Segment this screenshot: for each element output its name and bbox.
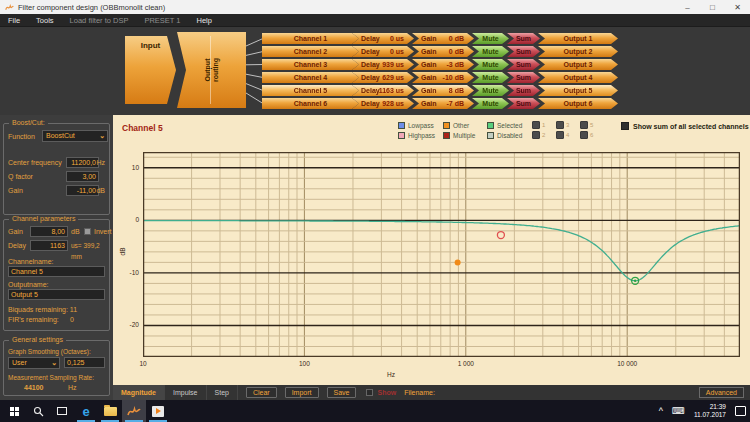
channel-4-checkbox[interactable] bbox=[556, 131, 564, 139]
delay-arrow[interactable]: Delay0 us bbox=[352, 33, 414, 44]
tab-impulse[interactable]: Impulse bbox=[165, 385, 207, 400]
flow-row-3: Channel 3 Delay939 us Gain-3 dB Mute Sum… bbox=[262, 59, 632, 70]
invert-checkbox[interactable] bbox=[84, 228, 91, 235]
sum-button[interactable]: Sum bbox=[507, 46, 540, 57]
channel-arrow[interactable]: Channel 6 bbox=[262, 98, 359, 109]
output-arrow[interactable]: Output 2 bbox=[538, 46, 618, 57]
x-tick: 100 bbox=[284, 360, 324, 367]
gain-arrow[interactable]: Gain0 dB bbox=[412, 46, 474, 57]
output-arrow[interactable]: Output 1 bbox=[538, 33, 618, 44]
smoothing-mode-select[interactable]: User ⌄ bbox=[8, 357, 60, 369]
task-view-button[interactable] bbox=[50, 400, 74, 422]
taskbar-explorer[interactable] bbox=[98, 400, 122, 422]
channel-6-checkbox[interactable] bbox=[580, 131, 588, 139]
q-factor-field[interactable]: 3,00 bbox=[66, 171, 99, 182]
gain-arrow[interactable]: Gain-10 dB bbox=[412, 72, 474, 83]
channel-arrow[interactable]: Channel 1 bbox=[262, 33, 359, 44]
menu-load-filter[interactable]: Load filter to DSP bbox=[62, 16, 137, 25]
mute-button[interactable]: Mute bbox=[472, 33, 509, 44]
gain-arrow[interactable]: Gain-7 dB bbox=[412, 98, 474, 109]
flow-row-1: Channel 1 Delay0 us Gain0 dB Mute Sum Ou… bbox=[262, 33, 632, 44]
import-button[interactable]: Import bbox=[285, 387, 319, 398]
mute-button[interactable]: Mute bbox=[472, 46, 509, 57]
sum-button[interactable]: Sum bbox=[507, 72, 540, 83]
gain-arrow[interactable]: Gain0 dB bbox=[412, 33, 474, 44]
filter-gain-field[interactable]: -11,00 bbox=[66, 185, 99, 196]
keyboard-icon[interactable]: ⌨ bbox=[672, 406, 685, 416]
action-center-icon[interactable] bbox=[735, 406, 746, 416]
clock-time: 21:39 bbox=[694, 403, 726, 411]
gain-arrow[interactable]: Gain-3 dB bbox=[412, 59, 474, 70]
search-button[interactable] bbox=[26, 400, 50, 422]
menu-help[interactable]: Help bbox=[189, 16, 220, 25]
disabled-swatch bbox=[487, 132, 494, 139]
mute-button[interactable]: Mute bbox=[472, 85, 509, 96]
outputname-field[interactable]: Output 5 bbox=[8, 289, 105, 300]
sum-button[interactable]: Sum bbox=[507, 98, 540, 109]
magnitude-plot[interactable] bbox=[143, 152, 740, 357]
output-arrow[interactable]: Output 6 bbox=[538, 98, 618, 109]
channel-arrow[interactable]: Channel 3 bbox=[262, 59, 359, 70]
smoothing-value-field[interactable]: 0,125 bbox=[64, 357, 105, 368]
channel-arrow[interactable]: Channel 4 bbox=[262, 72, 359, 83]
media-player-icon bbox=[152, 406, 164, 417]
maximize-button[interactable]: □ bbox=[700, 0, 725, 14]
channelname-field[interactable]: Channel 5 bbox=[8, 266, 105, 277]
tab-step[interactable]: Step bbox=[207, 385, 238, 400]
function-select[interactable]: BoostCut ⌄ bbox=[42, 130, 108, 142]
save-button[interactable]: Save bbox=[327, 387, 357, 398]
channel-3-checkbox[interactable] bbox=[556, 121, 564, 129]
sum-button[interactable]: Sum bbox=[507, 33, 540, 44]
x-tick: 10 000 bbox=[607, 360, 647, 367]
output-arrow[interactable]: Output 5 bbox=[538, 85, 618, 96]
sum-button[interactable]: Sum bbox=[507, 59, 540, 70]
taskbar-clock[interactable]: 21:39 11.07.2017 bbox=[694, 403, 726, 419]
delay-arrow[interactable]: Delay939 us bbox=[352, 59, 414, 70]
delay-arrow[interactable]: Delay0 us bbox=[352, 46, 414, 57]
advanced-button[interactable]: Advanced bbox=[699, 387, 744, 398]
boostcut-group: Boost/Cut: Function BoostCut ⌄ Center fr… bbox=[3, 123, 110, 215]
mute-button[interactable]: Mute bbox=[472, 72, 509, 83]
channel-arrow[interactable]: Channel 2 bbox=[262, 46, 359, 57]
gain-arrow[interactable]: Gain8 dB bbox=[412, 85, 474, 96]
output-arrow[interactable]: Output 4 bbox=[538, 72, 618, 83]
menu-preset[interactable]: PRESET 1 bbox=[136, 16, 188, 25]
center-frequency-field[interactable]: 11200,0 bbox=[66, 157, 99, 168]
taskbar-edge[interactable]: e bbox=[74, 400, 98, 422]
channel-gain-row: Gain 8,00 dB Invert bbox=[8, 226, 105, 237]
input-block[interactable]: Input bbox=[125, 36, 176, 104]
tray-expand-icon[interactable]: ^ bbox=[659, 406, 663, 416]
taskbar-filter-app[interactable] bbox=[122, 400, 146, 422]
delay-arrow[interactable]: Delay928 us bbox=[352, 98, 414, 109]
minimize-button[interactable]: – bbox=[675, 0, 700, 14]
show-checkbox[interactable] bbox=[366, 389, 373, 396]
menu-tools[interactable]: Tools bbox=[28, 16, 62, 25]
titlebar: Filter component design (OBBmonolit clea… bbox=[0, 0, 750, 14]
channel-delay-field[interactable]: 1163 bbox=[30, 240, 68, 251]
show-sum-checkbox[interactable] bbox=[621, 122, 629, 130]
menu-file[interactable]: File bbox=[0, 16, 28, 25]
tab-magnitude[interactable]: Magnitude bbox=[113, 385, 165, 400]
filter-app-icon bbox=[127, 406, 141, 417]
delay-arrow[interactable]: Delay629 us bbox=[352, 72, 414, 83]
output-arrow[interactable]: Output 3 bbox=[538, 59, 618, 70]
channel-5-checkbox[interactable] bbox=[580, 121, 588, 129]
close-button[interactable]: ✕ bbox=[725, 0, 750, 14]
legend-col-3: Selected Disabled bbox=[487, 120, 522, 140]
mute-button[interactable]: Mute bbox=[472, 98, 509, 109]
mute-button[interactable]: Mute bbox=[472, 59, 509, 70]
signal-flow-diagram: Input Output routing Channel 1 Delay0 us… bbox=[0, 27, 750, 115]
sum-button[interactable]: Sum bbox=[507, 85, 540, 96]
channel-2-checkbox[interactable] bbox=[532, 131, 540, 139]
start-button[interactable] bbox=[2, 400, 26, 422]
taskbar-media-app[interactable] bbox=[146, 400, 170, 422]
filename-label: Filename: bbox=[404, 389, 435, 396]
channel-1-checkbox[interactable] bbox=[532, 121, 540, 129]
boostcut-group-title: Boost/Cut: bbox=[9, 119, 48, 126]
clear-button[interactable]: Clear bbox=[246, 387, 277, 398]
channel-gain-field[interactable]: 8,00 bbox=[30, 226, 68, 237]
delay-arrow[interactable]: Delay1163 us bbox=[352, 85, 414, 96]
channel-arrow[interactable]: Channel 5 bbox=[262, 85, 359, 96]
output-routing-block[interactable]: Output routing bbox=[177, 32, 246, 108]
flow-row-6: Channel 6 Delay928 us Gain-7 dB Mute Sum… bbox=[262, 98, 632, 109]
